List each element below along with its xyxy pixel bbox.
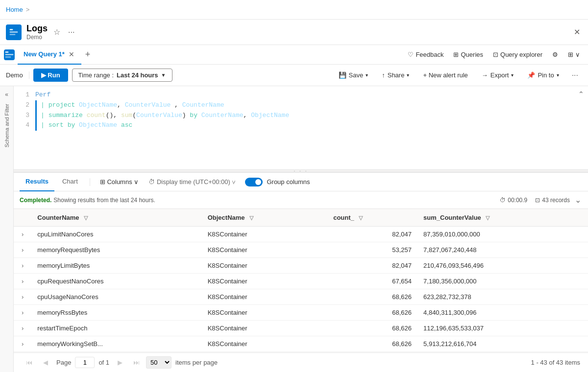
- share-button[interactable]: ↑ Share ▾: [377, 69, 414, 81]
- status-completed: Completed.: [20, 197, 51, 204]
- row-expand-cell: ›: [14, 274, 31, 289]
- counter-name-filter-icon[interactable]: ▽: [84, 215, 88, 221]
- tab-bar-icon: [4, 49, 15, 60]
- toolbar-more-button[interactable]: ···: [568, 69, 582, 82]
- queries-icon: ⊞: [453, 51, 459, 58]
- row-expand-button[interactable]: ›: [20, 340, 25, 348]
- row-expand-button[interactable]: ›: [20, 309, 25, 316]
- row-expand-cell: ›: [14, 289, 31, 305]
- export-label: Export: [490, 71, 509, 79]
- top-actions: ♡ Feedback ⊞ Queries ⊡ Query explorer ⚙ …: [404, 49, 584, 60]
- settings-button[interactable]: ⚙: [548, 49, 562, 60]
- results-tabs: Results Chart ⊞ Columns ∨ ⏱ Display time…: [14, 173, 588, 191]
- display-time-button[interactable]: ⏱ Display time (UTC+00:00) ∨: [145, 176, 239, 187]
- top-bar: Home >: [0, 0, 588, 20]
- status-records: ⊡ 43 records: [535, 197, 570, 204]
- tab-new-query-1[interactable]: New Query 1* ✕: [18, 45, 81, 65]
- save-button[interactable]: 💾 Save ▾: [334, 69, 373, 81]
- code-content-4: | sort by ObjectName asc: [41, 120, 584, 131]
- queries-button[interactable]: ⊞ Queries: [449, 49, 487, 60]
- tab-add-button[interactable]: +: [81, 47, 95, 62]
- more-options-button[interactable]: ···: [66, 26, 76, 39]
- next-page-button[interactable]: ▶: [113, 357, 127, 368]
- row-expand-button[interactable]: ›: [20, 325, 25, 332]
- export-chevron: ▾: [511, 72, 514, 78]
- of-label: of 1: [98, 359, 109, 366]
- counter-name-cell: memoryWorkingSetB...: [31, 336, 201, 352]
- app-title: Logs: [26, 23, 48, 34]
- run-button[interactable]: ▶ Run: [33, 69, 68, 82]
- table-row: › memoryWorkingSetB... K8SContainer 68,6…: [14, 336, 588, 352]
- table-row: › memoryRequestBytes K8SContainer 53,257…: [14, 242, 588, 258]
- editor-area: 1 Perf 2 | project ObjectName, CounterVa…: [14, 86, 588, 372]
- count-filter-icon[interactable]: ▽: [359, 215, 363, 221]
- feedback-button[interactable]: ♡ Feedback: [404, 49, 447, 60]
- col-expand: [14, 209, 31, 227]
- feedback-label: Feedback: [416, 51, 443, 58]
- last-page-button[interactable]: ⏭: [129, 357, 144, 368]
- line-number-2: 2: [18, 100, 29, 111]
- view-button[interactable]: ⊞ ∨: [564, 49, 584, 60]
- per-page-select[interactable]: 50 100 200: [146, 356, 172, 369]
- sum-filter-icon[interactable]: ▽: [486, 215, 490, 221]
- count-cell: 67,654: [327, 274, 417, 289]
- page-number-input[interactable]: [75, 357, 95, 368]
- columns-button[interactable]: ⊞ Columns ∨: [96, 176, 143, 187]
- count-cell: 53,257: [327, 242, 417, 258]
- tab-chart[interactable]: Chart: [56, 173, 84, 191]
- tab-close-button[interactable]: ✕: [68, 49, 75, 59]
- sidebar-toggle[interactable]: « Schema and Filter: [0, 86, 14, 372]
- sum-counter-value-cell: 7,827,067,240,448: [417, 242, 588, 258]
- sum-counter-value-cell: 5,913,212,616,704: [417, 336, 588, 352]
- status-time: ⏱ 00:00.9: [500, 197, 527, 204]
- code-line-1: 1 Perf: [14, 90, 588, 100]
- title-bar: Logs Demo ☆ ··· ✕: [0, 20, 588, 45]
- first-page-button[interactable]: ⏮: [22, 357, 37, 368]
- share-icon: ↑: [382, 71, 385, 79]
- pin-icon: 📌: [527, 71, 535, 79]
- pin-to-button[interactable]: 📌 Pin to ▾: [522, 69, 564, 81]
- favorite-button[interactable]: ☆: [51, 25, 62, 39]
- object-name-filter-icon[interactable]: ▽: [249, 215, 253, 221]
- code-editor[interactable]: 1 Perf 2 | project ObjectName, CounterVa…: [14, 86, 588, 169]
- export-icon: →: [482, 71, 488, 79]
- time-range-button[interactable]: Time range : Last 24 hours ▼: [72, 69, 172, 82]
- col-object-name[interactable]: ObjectName ▽: [202, 209, 327, 227]
- new-alert-rule-button[interactable]: + New alert rule: [418, 69, 472, 81]
- col-counter-name[interactable]: CounterName ▽: [31, 209, 201, 227]
- counter-name-cell: memoryLimitBytes: [31, 258, 201, 274]
- line-number-3: 3: [18, 111, 29, 121]
- row-expand-button[interactable]: ›: [20, 262, 25, 269]
- count-cell: 68,626: [327, 336, 417, 352]
- tab-results[interactable]: Results: [20, 173, 54, 191]
- view-icon: ⊞: [568, 51, 573, 58]
- row-expand-button[interactable]: ›: [20, 246, 25, 254]
- export-button[interactable]: → Export ▾: [477, 69, 519, 81]
- results-table-container: CounterName ▽ ObjectName ▽ count_ ▽: [14, 209, 588, 352]
- row-expand-button[interactable]: ›: [20, 278, 25, 285]
- prev-page-button[interactable]: ◀: [39, 357, 52, 368]
- home-link[interactable]: Home: [6, 6, 23, 13]
- items-per-page-label: items per page: [175, 359, 218, 366]
- results-tab-separator: [90, 178, 90, 186]
- table-row: › memoryLimitBytes K8SContainer 82,047 2…: [14, 258, 588, 274]
- code-line-3: 3 | summarize count(), sum(CounterValue)…: [14, 111, 588, 121]
- group-columns-switch[interactable]: [245, 178, 263, 186]
- row-expand-button[interactable]: ›: [20, 293, 25, 301]
- row-expand-button[interactable]: ›: [20, 231, 25, 238]
- table-header: CounterName ▽ ObjectName ▽ count_ ▽: [14, 209, 588, 227]
- svg-rect-3: [5, 51, 9, 53]
- count-cell: 68,626: [327, 305, 417, 321]
- elapsed-time: 00:00.9: [508, 197, 527, 204]
- main-layout: « Schema and Filter 1 Perf 2 | project O…: [0, 86, 588, 372]
- results-table: CounterName ▽ ObjectName ▽ count_ ▽: [14, 209, 588, 352]
- status-text: Showing results from the last 24 hours.: [53, 197, 155, 204]
- close-button[interactable]: ✕: [572, 25, 582, 39]
- col-count[interactable]: count_ ▽: [327, 209, 417, 227]
- table-row: › cpuUsageNanoCores K8SContainer 68,626 …: [14, 289, 588, 305]
- editor-collapse-button[interactable]: ⌃: [578, 90, 584, 98]
- query-explorer-button[interactable]: ⊡ Query explorer: [489, 49, 546, 60]
- expand-results-button[interactable]: ⌄: [574, 194, 582, 206]
- col-sum-counter-value[interactable]: sum_CounterValue ▽: [417, 209, 588, 227]
- query-explorer-label: Query explorer: [500, 51, 542, 58]
